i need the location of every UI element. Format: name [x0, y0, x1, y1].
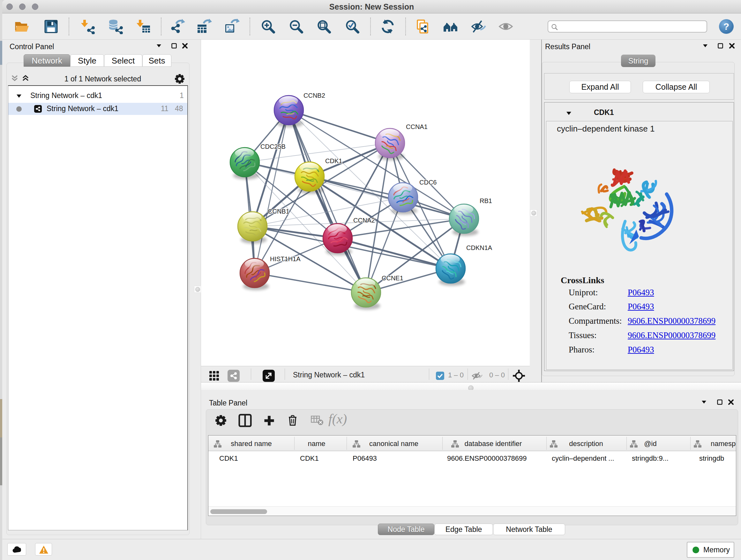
svg-text:HIST1H1A: HIST1H1A — [270, 255, 300, 262]
svg-text:CDKN1A: CDKN1A — [466, 244, 492, 251]
svg-text:CDC25B: CDC25B — [260, 143, 286, 150]
svg-text:CCNE1: CCNE1 — [382, 274, 403, 282]
svg-text:CCNB2: CCNB2 — [304, 92, 325, 99]
svg-text:CDK1: CDK1 — [325, 158, 342, 165]
svg-text:CCNA2: CCNA2 — [353, 217, 375, 224]
svg-text:CDC6: CDC6 — [419, 179, 436, 186]
svg-text:CCNB1: CCNB1 — [268, 208, 289, 215]
svg-text:CCNA1: CCNA1 — [406, 123, 428, 130]
svg-text:RB1: RB1 — [480, 197, 492, 204]
